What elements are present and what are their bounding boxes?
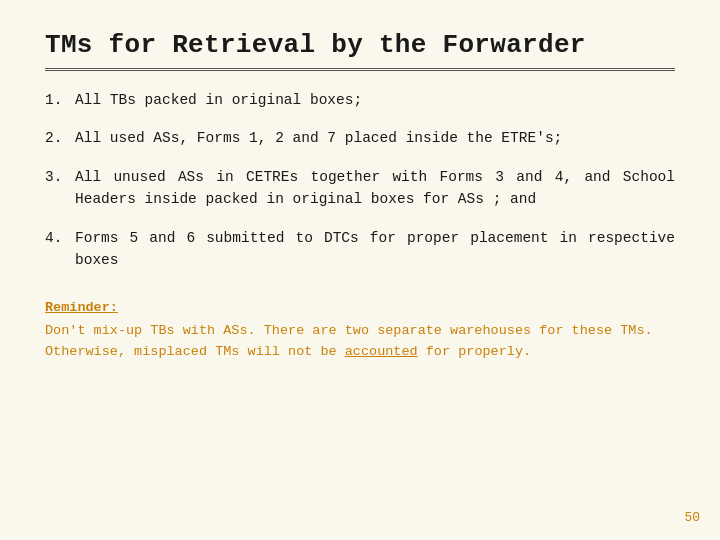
slide: TMs for Retrieval by the Forwarder 1. Al… (0, 0, 720, 540)
list-number-2: 2. (45, 127, 75, 149)
page-number: 50 (684, 510, 700, 525)
list-text-1: All TBs packed in original boxes; (75, 89, 675, 111)
title-divider (45, 68, 675, 71)
list-item-4: 4. Forms 5 and 6 submitted to DTCs for p… (45, 227, 675, 272)
list-text-2: All used ASs, Forms 1, 2 and 7 placed in… (75, 127, 675, 149)
reminder-section: Reminder: Don't mix-up TBs with ASs. The… (45, 298, 675, 363)
list-item-3: 3. All unused ASs in CETREs together wit… (45, 166, 675, 211)
accounted-word: accounted (345, 344, 418, 359)
reminder-text: Don't mix-up TBs with ASs. There are two… (45, 323, 653, 359)
reminder-label: Reminder: (45, 298, 675, 319)
list-item-2: 2. All used ASs, Forms 1, 2 and 7 placed… (45, 127, 675, 149)
list-text-4: Forms 5 and 6 submitted to DTCs for prop… (75, 227, 675, 272)
list-number-3: 3. (45, 166, 75, 188)
list-number-4: 4. (45, 227, 75, 249)
slide-title: TMs for Retrieval by the Forwarder (45, 30, 675, 60)
list-number-1: 1. (45, 89, 75, 111)
list-item-1: 1. All TBs packed in original boxes; (45, 89, 675, 111)
list-text-3: All unused ASs in CETREs together with F… (75, 166, 675, 211)
content: 1. All TBs packed in original boxes; 2. … (45, 89, 675, 515)
